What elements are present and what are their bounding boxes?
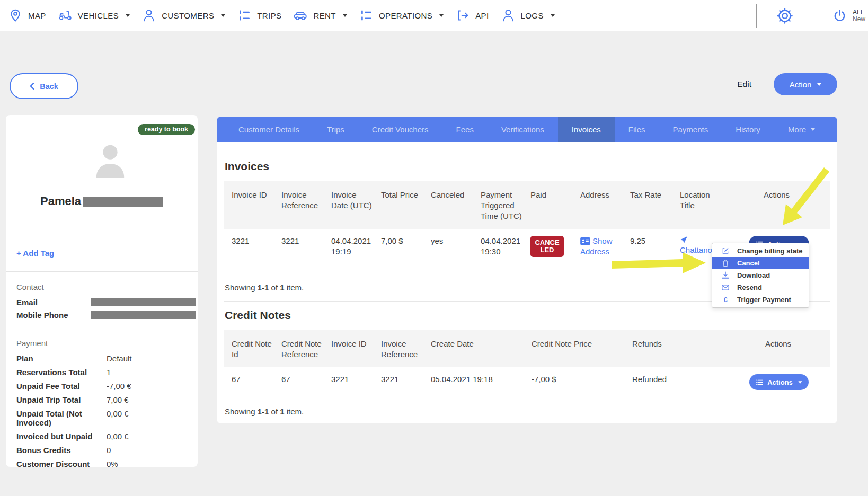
tab-fees[interactable]: Fees	[442, 117, 488, 142]
menu-item-label: Resend	[737, 284, 762, 291]
col-invoice-reference: Invoice Reference	[381, 339, 431, 360]
address-cell: Show Address	[580, 236, 630, 257]
payment-value: 0%	[107, 459, 118, 468]
nav-item-vehicles[interactable]: VEHICLES	[58, 8, 130, 22]
nav-right: ALE New	[756, 0, 868, 31]
nav-item-api[interactable]: API	[456, 8, 489, 22]
credit-notes-heading: Credit Notes	[225, 309, 830, 322]
contact-title: Contact	[16, 282, 198, 291]
add-tag-button[interactable]: + Add Tag	[16, 249, 54, 258]
contact-section: Contact Email Mobile Phone	[6, 272, 198, 327]
tab-payments[interactable]: Payments	[659, 117, 722, 142]
payment-label: Plan	[16, 354, 107, 363]
redacted-email-value	[91, 298, 196, 306]
credit-note-id: 67	[232, 374, 281, 385]
settings-button[interactable]	[757, 0, 813, 31]
payment-label: Unpaid Fee Total	[16, 382, 107, 391]
payment-label: Invoiced but Unpaid	[16, 432, 107, 441]
payment-row-discount: Customer Discount 0%	[16, 459, 198, 468]
nav-item-trips[interactable]: TRIPS	[237, 8, 281, 22]
action-button[interactable]: Action	[774, 73, 837, 95]
gear-icon	[776, 7, 794, 25]
invoice-total: 7,00 $	[381, 236, 431, 246]
user-menu[interactable]: ALE New	[813, 8, 868, 23]
show-address-link[interactable]: Show Address	[580, 236, 613, 256]
top-nav: MAP VEHICLES CUSTOMERS TRIPS	[0, 0, 868, 31]
menu-item-change-billing-state[interactable]: Change billing state	[712, 245, 809, 257]
chevron-down-icon	[811, 128, 815, 131]
paid-cell: CANCELED	[530, 236, 580, 257]
payment-value: 0,00 €	[107, 432, 129, 441]
payment-label: Unpaid Trip Total	[16, 395, 107, 404]
payment-label: Customer Discount	[16, 459, 107, 468]
customer-first-name: Pamela	[40, 194, 81, 208]
col-invoice-id: Invoice ID	[331, 339, 381, 349]
nav-label: LOGS	[521, 11, 544, 20]
invoice-actions-menu: Change billing state Cancel Download Res…	[712, 243, 809, 308]
tab-customer-details[interactable]: Customer Details	[225, 117, 313, 142]
invoices-table-header: Invoice ID Invoice Reference Invoice Dat…	[224, 181, 830, 229]
payment-value: 0,00 €	[107, 409, 129, 427]
tab-credit-vouchers[interactable]: Credit Vouchers	[358, 117, 442, 142]
menu-item-label: Change billing state	[737, 247, 803, 255]
list-icon	[237, 8, 251, 22]
menu-item-resend[interactable]: Resend	[712, 281, 809, 294]
mail-icon	[721, 284, 730, 291]
tab-trips[interactable]: Trips	[313, 117, 358, 142]
col-invoice-id: Invoice ID	[232, 190, 281, 200]
actions-label: Actions	[767, 378, 793, 386]
contact-row-email: Email	[16, 298, 198, 307]
credit-note-refunds: Refunded	[632, 374, 733, 385]
payment-section: Payment Plan Default Reservations Total …	[6, 327, 198, 468]
customer-summary: ready to book Pamela	[6, 115, 198, 234]
col-paid: Paid	[530, 190, 580, 200]
tab-files[interactable]: Files	[615, 117, 659, 142]
credit-notes-table-header: Credit Note Id Credit Note Reference Inv…	[224, 330, 830, 367]
nav-item-operations[interactable]: OPERATIONS	[359, 8, 444, 22]
nav-label: API	[475, 11, 489, 20]
nav-item-customers[interactable]: CUSTOMERS	[142, 8, 225, 22]
avatar	[91, 140, 130, 187]
menu-item-label: Download	[737, 271, 770, 279]
back-button[interactable]: Back	[10, 73, 78, 99]
tab-label: More	[788, 125, 806, 134]
menu-item-trigger-payment[interactable]: € Trigger Payment	[712, 294, 809, 306]
phone-label: Mobile Phone	[16, 311, 91, 320]
payment-value: 7,00 €	[107, 395, 129, 404]
col-location-title: Location Title	[680, 190, 730, 211]
tab-more[interactable]: More	[774, 117, 829, 142]
main-nav: MAP VEHICLES CUSTOMERS TRIPS	[0, 8, 555, 22]
menu-item-cancel[interactable]: Cancel	[712, 257, 809, 269]
nav-item-rent[interactable]: RENT	[294, 8, 347, 22]
menu-item-download[interactable]: Download	[712, 269, 809, 281]
payment-label: Reservations Total	[16, 368, 107, 377]
person-icon	[501, 8, 515, 22]
tab-verifications[interactable]: Verifications	[488, 117, 558, 142]
euro-icon: €	[721, 296, 730, 304]
credit-note-actions-button[interactable]: Actions	[749, 374, 809, 390]
tab-label: Files	[628, 125, 645, 134]
credit-note-row: 67 67 3221 3221 05.04.2021 19:18 -7,00 $…	[224, 367, 830, 397]
payment-value: 0	[107, 446, 111, 455]
payment-value: 1	[107, 368, 111, 377]
edit-button[interactable]: Edit	[737, 79, 751, 89]
payment-label: Bonus Credits	[16, 446, 107, 455]
chevron-down-icon	[817, 83, 821, 86]
tab-history[interactable]: History	[722, 117, 774, 142]
col-total-price: Total Price	[381, 190, 431, 200]
menu-item-label: Trigger Payment	[737, 296, 791, 304]
chevron-down-icon	[221, 14, 225, 17]
tab-invoices[interactable]: Invoices	[558, 117, 615, 142]
redacted-last-name	[83, 197, 163, 207]
chevron-down-icon	[551, 14, 555, 17]
chevron-down-icon	[343, 14, 347, 17]
invoice-tax-rate: 9.25	[630, 236, 680, 246]
nav-item-logs[interactable]: LOGS	[501, 8, 555, 22]
tab-label: Fees	[456, 125, 474, 134]
chevron-left-icon	[30, 83, 34, 90]
col-credit-note-price: Credit Note Price	[532, 339, 632, 349]
nav-item-map[interactable]: MAP	[8, 8, 46, 22]
nav-label: RENT	[313, 11, 335, 20]
chevron-down-icon	[798, 381, 802, 384]
nav-label: CUSTOMERS	[162, 11, 214, 20]
